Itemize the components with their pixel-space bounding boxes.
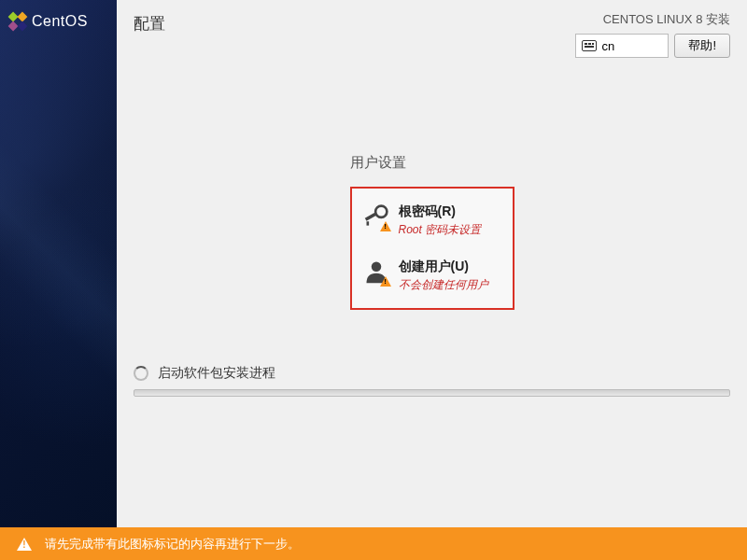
main-panel: 配置 CENTOS LINUX 8 安装 cn 帮助! 用户设置 xyxy=(117,0,747,527)
spinner-icon xyxy=(134,366,148,381)
warning-message: 请先完成带有此图标标记的内容再进行下一步。 xyxy=(45,536,300,553)
create-user-status: 不会创建任何用户 xyxy=(399,277,488,293)
help-button[interactable]: 帮助! xyxy=(674,34,730,58)
create-user-icon xyxy=(363,259,389,285)
centos-logo-icon xyxy=(7,11,28,32)
svg-point-4 xyxy=(375,206,387,217)
logo: CentOS xyxy=(7,11,88,32)
warning-bar: 请先完成带有此图标标记的内容再进行下一步。 xyxy=(0,527,747,560)
create-user-item[interactable]: 创建用户(U) 不会创建任何用户 xyxy=(363,259,501,293)
warning-icon xyxy=(380,276,391,287)
svg-rect-0 xyxy=(8,12,19,22)
svg-point-7 xyxy=(371,262,381,273)
svg-rect-1 xyxy=(18,12,28,22)
sidebar: CentOS xyxy=(0,0,117,527)
user-settings-title: 用户设置 xyxy=(350,154,514,172)
product-title: CENTOS LINUX 8 安装 xyxy=(575,11,730,28)
brand-text: CentOS xyxy=(32,13,88,30)
progress-text: 启动软件包安装进程 xyxy=(158,365,275,382)
content: 用户设置 根密码(R) Root 密码未设置 xyxy=(117,65,747,310)
keyboard-layout-code: cn xyxy=(601,39,614,53)
svg-rect-2 xyxy=(8,21,19,32)
root-password-status: Root 密码未设置 xyxy=(399,222,482,238)
svg-rect-6 xyxy=(366,221,369,225)
warning-icon xyxy=(380,221,391,231)
progress-row: 启动软件包安装进程 xyxy=(134,365,730,382)
create-user-text: 创建用户(U) 不会创建任何用户 xyxy=(399,259,488,293)
header-right: CENTOS LINUX 8 安装 cn 帮助! xyxy=(575,11,730,58)
create-user-label: 创建用户(U) xyxy=(399,259,488,275)
root-password-text: 根密码(R) Root 密码未设置 xyxy=(399,203,482,238)
header-controls: cn 帮助! xyxy=(575,34,730,58)
keyboard-layout-selector[interactable]: cn xyxy=(575,34,669,58)
root-password-icon xyxy=(363,203,389,230)
svg-rect-5 xyxy=(364,213,375,221)
header: 配置 CENTOS LINUX 8 安装 cn 帮助! xyxy=(117,0,747,65)
warning-icon xyxy=(17,538,32,551)
keyboard-icon xyxy=(582,40,597,51)
progress-bar xyxy=(134,389,730,397)
root-password-label: 根密码(R) xyxy=(399,203,482,220)
svg-rect-3 xyxy=(18,21,28,32)
root-password-item[interactable]: 根密码(R) Root 密码未设置 xyxy=(363,203,501,238)
progress-area: 启动软件包安装进程 xyxy=(134,365,730,397)
user-settings-box: 根密码(R) Root 密码未设置 创建用户(U) 不会创建任何用户 xyxy=(350,187,514,310)
